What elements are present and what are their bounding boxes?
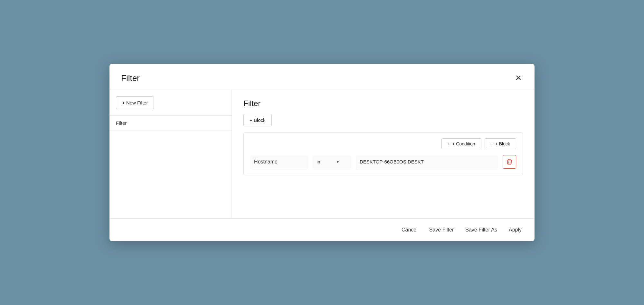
filter-value-input[interactable] [356,156,498,168]
filter-modal: Filter ✕ + New Filter Filter Filter + Bl… [109,64,535,241]
modal-body: + New Filter Filter Filter + Block + + C… [109,90,535,218]
save-filter-as-button[interactable]: Save Filter As [464,225,498,235]
block-label: + Block [495,141,510,146]
delete-row-button[interactable] [503,155,516,169]
main-content: Filter + Block + + Condition + + Block [232,90,535,218]
filter-block-header: + + Condition + + Block [250,138,516,149]
condition-label: + Condition [452,141,475,146]
operator-select[interactable]: in not in equals contains [317,159,335,164]
filter-row: Hostname in not in equals contains ▼ [250,155,516,169]
modal-title: Filter [121,73,140,83]
add-block-button[interactable]: + Block [243,114,272,126]
plus-icon: + [491,141,493,146]
plus-icon: + [448,141,450,146]
dropdown-arrow-icon: ▼ [336,160,340,164]
filter-operator-selector[interactable]: in not in equals contains ▼ [313,156,351,168]
main-title: Filter [243,99,523,108]
modal-overlay: Filter ✕ + New Filter Filter Filter + Bl… [0,0,644,305]
modal-footer: Cancel Save Filter Save Filter As Apply [109,218,535,241]
close-button[interactable]: ✕ [514,73,523,83]
sidebar-filter-item[interactable]: Filter [109,116,232,131]
modal-header: Filter ✕ [109,64,535,90]
filter-block: + + Condition + + Block Hostname [243,132,523,175]
trash-icon [507,159,512,165]
filter-field-label: Hostname [250,156,308,168]
cancel-button[interactable]: Cancel [400,225,419,235]
add-block-inner-button[interactable]: + + Block [485,138,516,149]
save-filter-button[interactable]: Save Filter [428,225,455,235]
sidebar: + New Filter Filter [109,90,232,218]
new-filter-button[interactable]: + New Filter [116,96,154,109]
apply-button[interactable]: Apply [507,225,523,235]
add-condition-button[interactable]: + + Condition [441,138,481,149]
